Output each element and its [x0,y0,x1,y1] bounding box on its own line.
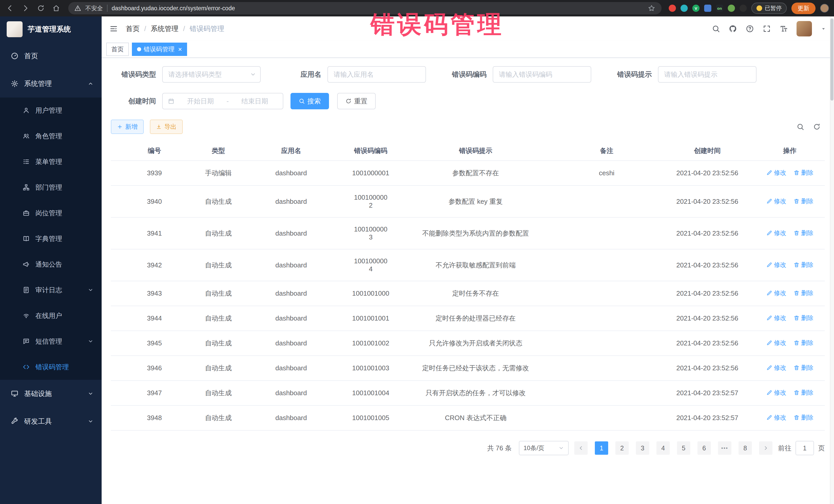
search-icon[interactable] [712,25,720,33]
edit-link[interactable]: 修改 [766,413,786,422]
hamburger-icon[interactable] [109,24,118,33]
prev-page-button[interactable] [574,441,588,455]
close-icon[interactable]: × [178,46,182,52]
page-button[interactable]: 2 [615,441,629,455]
sidebar-item[interactable]: 在线用户 [0,303,102,328]
sidebar-item[interactable]: 审计日志 [0,277,102,303]
edit-link[interactable]: 修改 [766,389,786,397]
extension-icon[interactable] [728,5,735,12]
sidebar-item[interactable]: 菜单管理 [0,149,102,175]
edit-link[interactable]: 修改 [766,229,786,237]
logo-image [7,21,23,37]
paused-badge[interactable]: 已暂停 [751,3,787,14]
delete-link[interactable]: 删除 [793,364,813,372]
delete-link[interactable]: 删除 [793,289,813,297]
browser-update-button[interactable]: 更新 [791,3,815,14]
more-pages-button[interactable]: ••• [718,441,731,455]
edit-link[interactable]: 修改 [766,261,786,269]
page-button[interactable]: 4 [656,441,670,455]
cell-actions: 修改删除 [755,356,825,380]
edit-link[interactable]: 修改 [766,314,786,322]
delete-link[interactable]: 删除 [793,389,813,397]
github-icon[interactable] [729,25,737,33]
sidebar-item[interactable]: 用户管理 [0,97,102,123]
sidebar-item[interactable]: 岗位管理 [0,200,102,226]
tab-错误码管理[interactable]: 错误码管理× [132,43,187,56]
start-date-placeholder[interactable]: 开始日期 [178,97,223,106]
edit-link[interactable]: 修改 [766,197,786,205]
sidebar-item[interactable]: 短信管理 [0,328,102,354]
sidebar-item[interactable]: 角色管理 [0,123,102,149]
scrollbar[interactable] [830,17,834,504]
extension-icon[interactable] [669,5,676,12]
refresh-table-icon[interactable] [813,123,821,131]
export-button[interactable]: 导出 [150,119,183,134]
extension-icon[interactable]: V [692,5,700,12]
tab-首页[interactable]: 首页 [106,43,129,56]
extension-icon[interactable]: on [716,5,723,12]
page-button[interactable]: 1 [595,441,608,455]
toggle-search-icon[interactable] [796,123,804,131]
browser-profile-avatar[interactable] [820,4,829,13]
page-button[interactable]: 8 [739,441,752,455]
caret-down-icon[interactable] [821,26,826,31]
sidebar-item[interactable]: 首页 [0,42,102,70]
sidebar-item[interactable]: 部门管理 [0,175,102,200]
reset-button[interactable]: 重置 [337,93,376,109]
home-icon[interactable] [52,4,60,12]
page-button[interactable]: 5 [677,441,690,455]
error-type-select[interactable] [162,66,261,83]
page-size-select[interactable]: 10条/页 [519,441,569,455]
sidebar-item[interactable]: 基础设施 [0,380,102,408]
delete-link[interactable]: 删除 [793,261,813,269]
delete-link[interactable]: 删除 [793,314,813,322]
breadcrumb-separator: / [183,25,185,33]
delete-link[interactable]: 删除 [793,413,813,422]
error-message-input[interactable] [658,66,756,83]
scrollbar-thumb[interactable] [830,19,833,101]
error-type-input[interactable] [162,66,261,83]
add-button[interactable]: 新增 [111,119,144,134]
delete-link[interactable]: 删除 [793,169,813,177]
cell-app: dashboard [239,380,344,406]
breadcrumb-system[interactable]: 系统管理 [151,24,179,34]
reload-icon[interactable] [37,4,45,12]
cell-actions: 修改删除 [755,185,825,217]
error-code-input[interactable] [493,66,591,83]
delete-link[interactable]: 删除 [793,229,813,237]
create-time-range[interactable]: 开始日期 - 结束日期 [162,93,283,109]
extension-icon[interactable] [740,5,747,12]
user-avatar[interactable] [796,21,812,37]
sidebar-item[interactable]: 研发工具 [0,408,102,435]
fullscreen-icon[interactable] [763,25,771,33]
back-icon[interactable] [6,4,14,12]
app-logo[interactable]: 芋道管理系统 [0,17,102,42]
bookmark-star-icon[interactable] [648,4,655,12]
end-date-placeholder[interactable]: 结束日期 [232,97,278,106]
edit-link[interactable]: 修改 [766,364,786,372]
extension-icon[interactable] [681,5,688,12]
edit-link[interactable]: 修改 [766,169,786,177]
next-page-button[interactable] [759,441,772,455]
edit-link[interactable]: 修改 [766,339,786,347]
forward-icon[interactable] [22,4,29,12]
edit-link[interactable]: 修改 [766,289,786,297]
page-button[interactable]: 6 [698,441,711,455]
cell-actions: 修改删除 [755,281,825,306]
sidebar-item[interactable]: 字典管理 [0,226,102,251]
extension-icon[interactable] [704,5,711,12]
search-button[interactable]: 搜索 [290,93,329,109]
delete-link[interactable]: 删除 [793,339,813,347]
goto-page-input[interactable] [795,441,814,455]
table-row: 3942自动生成dashboard100100000 4不允许获取敏感配置到前端… [111,249,825,281]
sidebar-item[interactable]: 系统管理 [0,70,102,97]
address-bar[interactable]: 不安全 dashboard.yudao.iocoder.cn/system/er… [68,2,662,14]
sidebar-item[interactable]: 通知公告 [0,251,102,277]
app-name-input[interactable] [327,66,426,83]
font-size-icon[interactable] [780,25,788,33]
breadcrumb-home[interactable]: 首页 [126,24,139,34]
delete-link[interactable]: 删除 [793,197,813,205]
page-button[interactable]: 3 [636,441,649,455]
help-icon[interactable] [746,25,754,33]
sidebar-item[interactable]: 错误码管理 [0,354,102,380]
